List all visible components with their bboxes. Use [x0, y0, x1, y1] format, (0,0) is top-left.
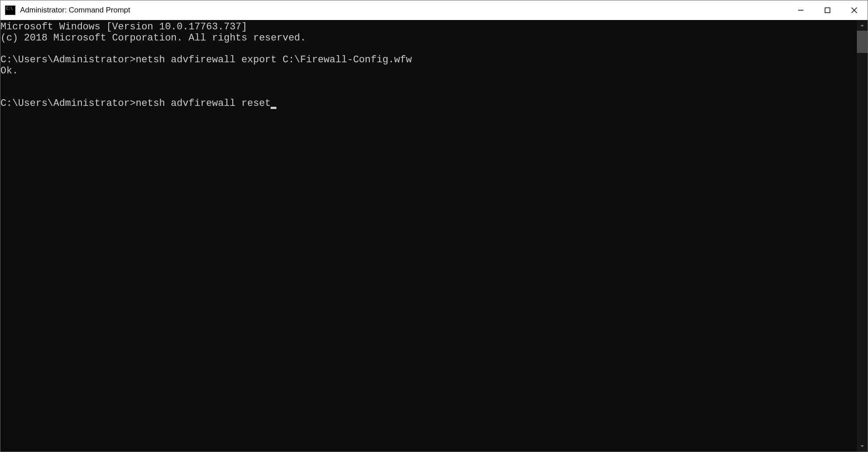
terminal-content[interactable]: Microsoft Windows [Version 10.0.17763.73… — [0, 20, 857, 452]
terminal-prompt: C:\Users\Administrator> — [0, 98, 136, 109]
scroll-up-button[interactable] — [857, 20, 868, 31]
close-icon — [851, 7, 858, 14]
window-title: Administrator: Command Prompt — [20, 6, 130, 15]
scroll-thumb[interactable] — [857, 31, 868, 53]
terminal-line: Ok. — [0, 65, 18, 77]
scroll-down-button[interactable] — [857, 441, 868, 452]
minimize-icon — [798, 7, 804, 13]
cursor — [271, 107, 276, 109]
minimize-button[interactable] — [787, 0, 814, 20]
terminal-line: Microsoft Windows [Version 10.0.17763.73… — [0, 21, 247, 32]
vertical-scrollbar[interactable] — [857, 20, 868, 452]
title-bar[interactable]: Administrator: Command Prompt — [0, 0, 868, 20]
maximize-button[interactable] — [814, 0, 841, 20]
svg-rect-1 — [825, 8, 830, 13]
cmd-window: Administrator: Command Prompt Microsoft — [0, 0, 868, 452]
cmd-icon — [5, 5, 16, 15]
terminal-line: (c) 2018 Microsoft Corporation. All righ… — [0, 32, 306, 44]
close-button[interactable] — [841, 0, 868, 20]
terminal-area: Microsoft Windows [Version 10.0.17763.73… — [0, 20, 868, 452]
window-controls — [787, 0, 868, 20]
maximize-icon — [824, 7, 831, 13]
chevron-down-icon — [860, 444, 864, 448]
terminal-input: netsh advfirewall reset — [136, 98, 271, 109]
terminal-line: C:\Users\Administrator>netsh advfirewall… — [0, 54, 412, 65]
chevron-up-icon — [860, 23, 864, 28]
